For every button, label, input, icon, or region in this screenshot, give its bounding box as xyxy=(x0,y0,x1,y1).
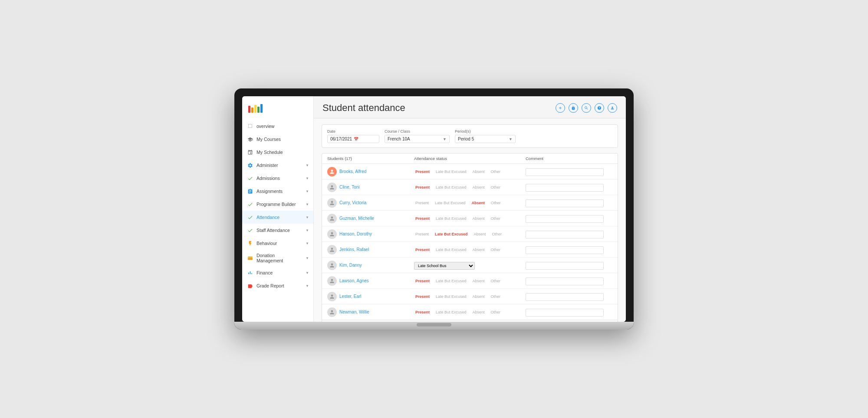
comment-input[interactable] xyxy=(526,309,604,317)
grade-report-arrow: ▼ xyxy=(306,284,309,288)
help-icon-button[interactable] xyxy=(595,103,604,113)
att-other[interactable]: Other xyxy=(490,278,502,284)
sidebar-item-staff-attendance[interactable]: Staff Attendance ▼ xyxy=(242,224,313,237)
att-absent[interactable]: Absent xyxy=(471,169,486,174)
sidebar-item-assignments[interactable]: Assignments ▼ xyxy=(242,185,313,198)
att-late-excused[interactable]: Late But Excused xyxy=(434,294,468,299)
att-present[interactable]: Present xyxy=(414,169,431,174)
att-present[interactable]: Present xyxy=(414,216,431,221)
sidebar-label-finance: Finance xyxy=(256,270,302,275)
att-present[interactable]: Present xyxy=(414,247,431,252)
att-late-excused[interactable]: Late But Excused xyxy=(434,232,469,237)
comment-input[interactable] xyxy=(526,215,604,223)
comment-input[interactable] xyxy=(526,246,604,254)
student-name[interactable]: Lawson, Agnes xyxy=(339,278,369,283)
sidebar-item-attendance[interactable]: Attendance ▼ xyxy=(242,211,313,224)
sidebar-item-finance[interactable]: Finance ▼ xyxy=(242,266,313,279)
comment-input[interactable] xyxy=(526,278,604,285)
student-name[interactable]: Guzman, Michelle xyxy=(339,216,374,221)
att-other[interactable]: Other xyxy=(490,216,502,221)
comment-cell xyxy=(526,199,612,207)
course-input[interactable]: French 10A ▼ xyxy=(385,135,450,143)
student-name[interactable]: Brooks, Alfred xyxy=(339,169,366,174)
avatar xyxy=(327,276,337,286)
comment-input[interactable] xyxy=(526,184,604,192)
att-absent[interactable]: Absent xyxy=(471,310,486,315)
att-present[interactable]: Present xyxy=(414,310,431,315)
att-late-excused[interactable]: Late But Excused xyxy=(434,185,468,190)
comment-input[interactable] xyxy=(526,199,604,207)
sidebar-item-my-schedule[interactable]: My Schedule xyxy=(242,146,313,159)
att-late-excused[interactable]: Late But Excused xyxy=(434,200,467,206)
user-icon-button[interactable] xyxy=(608,103,617,113)
att-present[interactable]: Present xyxy=(414,185,431,190)
course-label: Course / Class xyxy=(385,129,450,134)
att-late-excused[interactable]: Late But Excused xyxy=(434,310,468,315)
svg-rect-0 xyxy=(248,256,253,260)
att-present[interactable]: Present xyxy=(414,200,430,206)
comment-cell xyxy=(526,183,612,192)
search-icon-button[interactable] xyxy=(582,103,591,113)
att-absent[interactable]: Absent xyxy=(471,294,486,299)
att-absent[interactable]: Absent xyxy=(471,247,486,252)
att-other[interactable]: Other xyxy=(490,294,502,299)
table-row: Kim, Danny Late School Bus xyxy=(322,258,618,273)
comment-cell xyxy=(526,245,612,254)
late-school-bus-dropdown[interactable]: Late School Bus xyxy=(414,262,475,270)
sidebar-item-behaviour[interactable]: Behaviour ▼ xyxy=(242,237,313,250)
overview-icon: ☐ xyxy=(247,123,253,130)
sidebar-item-overview[interactable]: ☐ overview xyxy=(242,120,313,133)
attendance-options: Present Late But Excused Absent Other xyxy=(414,278,526,284)
period-filter-group: Period(s) Period 5 ▼ xyxy=(455,129,516,143)
student-name[interactable]: Jenkins, Rafael xyxy=(339,247,369,252)
period-input[interactable]: Period 5 ▼ xyxy=(455,135,516,143)
att-other[interactable]: Other xyxy=(490,247,502,252)
course-value: French 10A xyxy=(388,137,441,141)
att-other[interactable]: Other xyxy=(490,200,502,206)
student-name[interactable]: Curry, Victoria xyxy=(339,200,366,205)
staff-attendance-arrow: ▼ xyxy=(306,229,309,232)
sidebar-item-donation-management[interactable]: Donation Management ▼ xyxy=(242,250,313,266)
comment-input[interactable] xyxy=(526,293,604,301)
att-present[interactable]: Present xyxy=(414,294,431,299)
student-name[interactable]: Cline, Toni xyxy=(339,185,360,189)
student-name[interactable]: Kim, Danny xyxy=(339,263,362,268)
attendance-icon xyxy=(247,214,253,221)
logo-bars xyxy=(248,103,263,113)
sidebar-item-programme-builder[interactable]: Programme Builder ▼ xyxy=(242,198,313,211)
sidebar-item-grade-report[interactable]: Grade Report ▼ xyxy=(242,279,313,292)
attendance-options: Present Late But Excused Absent Other xyxy=(414,169,526,174)
comment-input[interactable] xyxy=(526,262,604,270)
sidebar-item-administer[interactable]: Administer ▼ xyxy=(242,159,313,172)
att-absent[interactable]: Absent xyxy=(471,216,486,221)
att-other[interactable]: Other xyxy=(490,185,502,190)
add-icon-button[interactable] xyxy=(556,103,565,113)
att-other[interactable]: Other xyxy=(490,169,502,174)
att-other[interactable]: Other xyxy=(490,310,502,315)
comment-cell xyxy=(526,230,612,238)
date-input[interactable]: 06/17/2021 📅 xyxy=(327,135,379,143)
att-absent[interactable]: Absent xyxy=(470,200,487,206)
att-late-excused[interactable]: Late But Excused xyxy=(434,216,468,221)
att-late-excused[interactable]: Late But Excused xyxy=(434,278,468,284)
lock-icon-button[interactable] xyxy=(569,103,578,113)
content-area: Date 06/17/2021 📅 Course / Class French … xyxy=(314,118,626,322)
sidebar-item-my-courses[interactable]: My Courses xyxy=(242,133,313,146)
attendance-options: Present Late But Excused Absent Other xyxy=(414,310,526,315)
sidebar-item-admissions[interactable]: Admissions ▼ xyxy=(242,172,313,185)
student-name[interactable]: Newman, Willie xyxy=(339,310,369,314)
att-present[interactable]: Present xyxy=(414,232,430,237)
comment-input[interactable] xyxy=(526,231,604,238)
att-absent[interactable]: Absent xyxy=(471,278,486,284)
programme-builder-icon xyxy=(247,201,253,208)
student-name[interactable]: Hanson, Dorothy xyxy=(339,232,372,236)
att-present[interactable]: Present xyxy=(414,278,431,284)
att-late-excused[interactable]: Late But Excused xyxy=(434,169,468,174)
comment-input[interactable] xyxy=(526,168,604,176)
att-absent[interactable]: Absent xyxy=(473,232,487,237)
att-other[interactable]: Other xyxy=(491,232,503,237)
att-late-excused[interactable]: Late But Excused xyxy=(434,247,468,252)
student-name[interactable]: Lester, Earl xyxy=(339,294,362,299)
student-info: Brooks, Alfred xyxy=(327,167,414,176)
att-absent[interactable]: Absent xyxy=(471,185,486,190)
